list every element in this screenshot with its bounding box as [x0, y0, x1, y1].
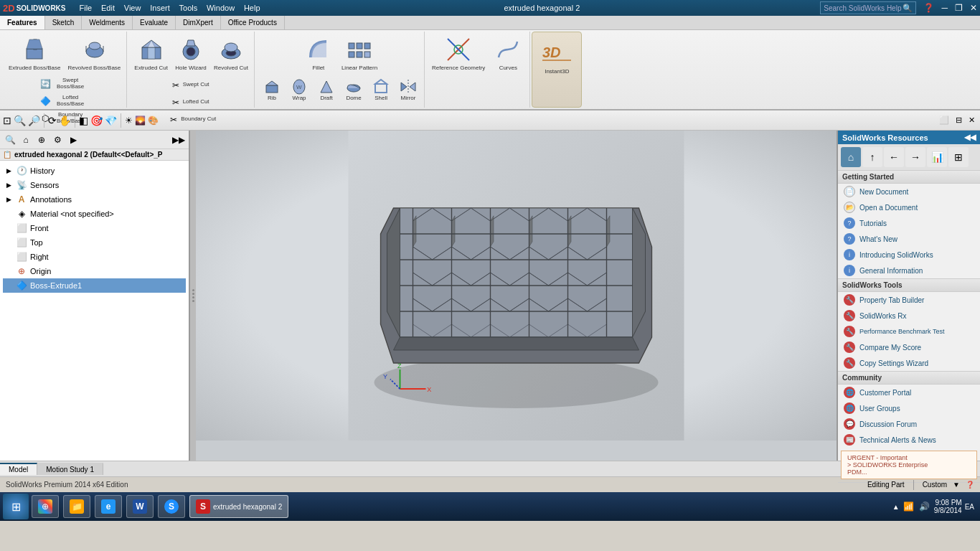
lofted-cut-btn[interactable]: ✂ Lofted Cut	[166, 94, 217, 111]
open-document-item[interactable]: 📂 Open a Document	[838, 199, 980, 215]
feature-tree-zoom-btn[interactable]: ⊕	[34, 133, 49, 147]
tree-annotations[interactable]: ▶ A Annotations	[3, 192, 186, 207]
mirror-btn[interactable]: Mirror	[395, 77, 421, 103]
document-node[interactable]: 📋 extruded hexagonal 2 (Default<<Default…	[0, 149, 189, 161]
config-dropdown[interactable]: ▼	[953, 481, 960, 489]
tree-front[interactable]: ⬜ Front	[3, 221, 186, 235]
tab-sketch[interactable]: Sketch	[45, 16, 83, 29]
urgent-alert[interactable]: URGENT - Important> SOLIDWORKS Enterpris…	[841, 451, 977, 479]
rib-btn[interactable]: Rib	[259, 77, 285, 103]
start-button[interactable]: ⊞	[3, 494, 29, 519]
taskbar-word[interactable]: W	[126, 495, 154, 518]
nav-up-btn[interactable]: ↑	[862, 147, 882, 167]
property-tab-item[interactable]: 🔧 Property Tab Builder	[838, 292, 980, 308]
linear-pattern-btn[interactable]: Linear Pattern	[339, 32, 380, 74]
taskbar-ie[interactable]: e	[95, 495, 122, 518]
zoom-to-fit-btn[interactable]: ⊡	[3, 115, 11, 126]
compare-score-item[interactable]: 🔧 Compare My Score	[838, 339, 980, 355]
nav-back-btn[interactable]: ←	[884, 147, 904, 167]
feature-tree-expand-btn[interactable]: ▶▶	[171, 133, 186, 147]
menu-file[interactable]: File	[76, 4, 96, 12]
benchmark-item[interactable]: 🔧 Performance Benchmark Test	[838, 324, 980, 339]
tab-features[interactable]: Features	[0, 16, 45, 29]
color-btn[interactable]: 🎨	[148, 116, 159, 126]
tree-sensors[interactable]: ▶ 📡 Sensors	[3, 178, 186, 192]
revolved-boss-btn[interactable]: Revolved Boss/Base	[65, 32, 123, 74]
whats-new-item[interactable]: ? What's New	[838, 231, 980, 247]
reference-geometry-btn[interactable]: Reference Geometry	[429, 32, 488, 74]
feature-tree-home-btn[interactable]: ⌂	[19, 133, 33, 147]
close-btn[interactable]: ✕	[970, 3, 977, 13]
collapse-viewport-btn[interactable]: ✕	[966, 116, 977, 125]
sensors-expand[interactable]: ▶	[4, 181, 13, 189]
nav-forward-btn[interactable]: →	[905, 147, 925, 167]
fillet-btn[interactable]: Fillet	[300, 32, 337, 74]
user-groups-item[interactable]: 🌐 User Groups	[838, 400, 980, 416]
instant3d-btn[interactable]: 3D Instant3D	[538, 35, 575, 77]
lighting-btn[interactable]: ☀	[125, 116, 133, 126]
zoom-in-btn[interactable]: 🔍	[14, 115, 26, 126]
dome-btn[interactable]: Dome	[341, 77, 367, 103]
nav-thumb-btn[interactable]: ⊞	[948, 147, 969, 167]
tree-history[interactable]: ▶ 🕐 History	[3, 164, 186, 178]
tutorials-item[interactable]: ? Tutorials	[838, 215, 980, 231]
introducing-sw-item[interactable]: i Introducing SolidWorks	[838, 247, 980, 263]
history-expand[interactable]: ▶	[4, 166, 13, 175]
panel-splitter[interactable]	[190, 131, 196, 461]
tree-origin[interactable]: ⊕ Origin	[3, 264, 186, 278]
curves-btn[interactable]: Curves	[489, 32, 527, 74]
menu-insert[interactable]: Insert	[146, 4, 174, 12]
sw-rx-item[interactable]: 🔧 SolidWorks Rx	[838, 308, 980, 324]
menu-help[interactable]: Help	[240, 4, 264, 12]
tab-motion-study[interactable]: Motion Study 1	[37, 463, 103, 475]
right-panel-collapse-btn[interactable]: ◀◀	[964, 133, 976, 142]
minimize-btn[interactable]: ─	[941, 3, 948, 13]
extruded-cut-btn[interactable]: Extruded Cut	[131, 32, 171, 74]
tree-right[interactable]: ⬜ Right	[3, 250, 186, 264]
rotate-btn[interactable]: ⟳	[48, 115, 57, 126]
feature-tree-more-btn[interactable]: ▶	[66, 133, 80, 147]
taskbar-solidworks[interactable]: S extruded hexagonal 2	[189, 495, 288, 518]
help-btn[interactable]: ❓	[923, 3, 934, 13]
expand-panel-btn[interactable]: ⬜	[937, 116, 951, 125]
tree-boss-extrude1[interactable]: 🔷 Boss-Extrude1	[3, 278, 186, 293]
tab-weldments[interactable]: Weldments	[82, 16, 133, 29]
tab-dimxpert[interactable]: DimXpert	[176, 16, 221, 29]
display-style-btn[interactable]: 💎	[105, 115, 117, 126]
copy-settings-item[interactable]: 🔧 Copy Settings Wizard	[838, 355, 980, 371]
shell-btn[interactable]: Shell	[368, 77, 394, 103]
new-document-item[interactable]: 📄 New Document	[838, 184, 980, 199]
menu-window[interactable]: Window	[203, 4, 238, 12]
draft-btn[interactable]: Draft	[314, 77, 339, 103]
annotations-expand[interactable]: ▶	[4, 195, 13, 204]
menu-tools[interactable]: Tools	[176, 4, 202, 12]
taskbar-expand-btn[interactable]: ▲	[892, 503, 900, 511]
discussion-forum-item[interactable]: 💬 Discussion Forum	[838, 416, 980, 432]
menu-view[interactable]: View	[121, 4, 145, 12]
lofted-boss-btn[interactable]: 🔷 Lofted Boss/Base	[36, 93, 93, 110]
swept-boss-btn[interactable]: 🔄 Swept Boss/Base	[36, 75, 93, 93]
revolved-cut-btn[interactable]: Revolved Cut	[211, 32, 251, 74]
extruded-boss-btn[interactable]: Extruded Boss/Base	[6, 32, 63, 74]
tab-evaluate[interactable]: Evaluate	[133, 16, 176, 29]
general-info-item[interactable]: i General Information	[838, 263, 980, 278]
section-view-btn[interactable]: ◧	[79, 115, 88, 126]
zoom-out-btn[interactable]: 🔎	[28, 115, 40, 126]
search-input-title[interactable]: Search SolidWorks Help	[824, 4, 901, 12]
feature-tree-settings-btn[interactable]: ⚙	[50, 133, 65, 147]
taskbar-chrome[interactable]: ⊕	[32, 495, 59, 518]
boundary-cut-btn[interactable]: ✂ Boundary Cut	[164, 111, 218, 128]
swept-cut-btn[interactable]: ✂ Swept Cut	[166, 77, 217, 94]
tree-material[interactable]: ◈ Material <not specified>	[3, 207, 186, 221]
taskbar-explorer[interactable]: 📁	[63, 495, 90, 518]
feature-tree-filter-btn[interactable]: 🔍	[3, 133, 17, 147]
nav-home-btn[interactable]: ⌂	[841, 147, 861, 167]
restore-btn[interactable]: ❐	[955, 3, 963, 13]
customer-portal-item[interactable]: 🌐 Customer Portal	[838, 385, 980, 400]
hole-wizard-btn[interactable]: Hole Wizard	[172, 32, 209, 74]
help-btn-status[interactable]: ❓	[966, 481, 974, 489]
viewport[interactable]: X Z Y	[196, 131, 837, 461]
view-orientation-btn[interactable]: 🎯	[90, 115, 103, 126]
tab-office[interactable]: Office Products	[221, 16, 285, 29]
tree-top[interactable]: ⬜ Top	[3, 235, 186, 250]
